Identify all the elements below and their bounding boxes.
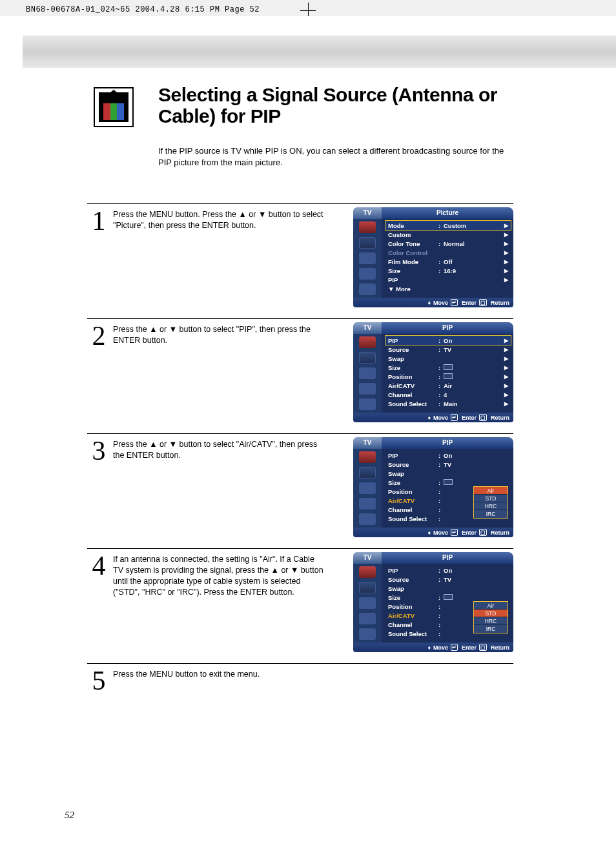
menu-row-source[interactable]: Source:TV xyxy=(385,575,511,584)
menu-row-colortone[interactable]: Color Tone:Normal▶ xyxy=(385,239,511,248)
sidebar-icon xyxy=(359,398,376,410)
menu-row-size[interactable]: Size:▶ xyxy=(385,363,511,372)
menu-row-pip[interactable]: PIP▶ xyxy=(385,275,511,284)
sidebar-icon xyxy=(359,268,376,280)
option-hrc[interactable]: HRC xyxy=(474,617,508,625)
sidebar-icon xyxy=(359,352,376,364)
step-number: 1 xyxy=(87,209,110,311)
osd-pip-aircatv-std: TV PIP PIP:On Source:TV Swap xyxy=(353,552,513,652)
sidebar-icon xyxy=(359,467,376,478)
menu-row-source[interactable]: Source:TV▶ xyxy=(385,345,511,354)
menu-row-source[interactable]: Source:TV xyxy=(385,460,511,469)
menu-row-soundselect[interactable]: Sound Select:Main▶ xyxy=(385,399,511,408)
sidebar-icon xyxy=(359,367,376,379)
osd-tv-label: TV xyxy=(353,322,382,334)
sidebar-icon xyxy=(359,613,376,624)
sidebar-icon xyxy=(359,597,376,609)
menu-row-pip[interactable]: PIP:On xyxy=(385,451,511,460)
tv-icon xyxy=(94,87,134,127)
step-2: 2 Press the ▲ or ▼ button to select "PIP… xyxy=(87,318,513,433)
step-number: 2 xyxy=(87,324,110,426)
osd-picture-menu: TV Picture Mode:Custom▶ Custom▶ Color xyxy=(353,207,513,307)
option-irc[interactable]: IRC xyxy=(474,510,508,518)
menu-row-mode[interactable]: Mode:Custom▶ xyxy=(385,221,511,230)
osd-footer: ♦Move ↵Enter ▢Return xyxy=(353,298,513,307)
sidebar-icon xyxy=(359,252,376,264)
osd-sidebar xyxy=(353,334,382,413)
page-title: Selecting a Signal Source (Antenna or Ca… xyxy=(158,84,507,127)
option-irc[interactable]: IRC xyxy=(474,625,508,633)
step-text: Press the MENU button to exit the menu. xyxy=(110,669,333,694)
step-3: 3 Press the ▲ or ▼ button to select "Air… xyxy=(87,433,513,548)
steps-container: 1 Press the MENU button. Press the ▲ or … xyxy=(87,203,513,702)
menu-row-channel[interactable]: Channel:4▶ xyxy=(385,390,511,399)
sidebar-icon xyxy=(359,582,376,593)
sidebar-icon xyxy=(359,498,376,509)
sidebar-icon xyxy=(359,566,376,578)
menu-row-size[interactable]: Size: xyxy=(385,593,511,602)
menu-row-swap[interactable]: Swap▶ xyxy=(385,354,511,363)
menu-row-pip[interactable]: PIP:On▶ xyxy=(385,336,511,345)
step-1: 1 Press the MENU button. Press the ▲ or … xyxy=(87,203,513,318)
size-icon xyxy=(444,364,453,370)
osd-tv-label: TV xyxy=(353,207,382,219)
menu-row-custom[interactable]: Custom▶ xyxy=(385,230,511,239)
position-icon xyxy=(444,373,453,379)
osd-pip-aircatv: TV PIP PIP:On Source:TV Swap xyxy=(353,437,513,537)
sidebar-icon xyxy=(359,451,376,463)
menu-row-size[interactable]: Size:16:9▶ xyxy=(385,266,511,275)
osd-title: PIP xyxy=(382,437,513,449)
sidebar-icon xyxy=(359,383,376,395)
sidebar-icon xyxy=(359,283,376,295)
menu-row-more[interactable]: ▼ More xyxy=(385,284,511,293)
sidebar-icon xyxy=(359,336,376,348)
menu-row-swap[interactable]: Swap xyxy=(385,469,511,478)
menu-row-position[interactable]: Position:▶ xyxy=(385,372,511,381)
osd-tv-label: TV xyxy=(353,437,382,449)
osd-title: Picture xyxy=(382,207,513,219)
aircatv-options[interactable]: Air STD HRC IRC xyxy=(473,486,508,519)
page: Selecting a Signal Source (Antenna or Ca… xyxy=(0,16,616,853)
osd-sidebar xyxy=(353,219,382,298)
step-text: Press the MENU button. Press the ▲ or ▼ … xyxy=(110,209,333,311)
menu-row-filmmode[interactable]: Film Mode:Off▶ xyxy=(385,257,511,266)
option-air[interactable]: Air xyxy=(474,602,508,610)
header-band xyxy=(23,36,616,68)
option-std[interactable]: STD xyxy=(474,610,508,617)
page-number: 52 xyxy=(65,810,74,821)
menu-row-swap[interactable]: Swap xyxy=(385,584,511,593)
osd-pip-menu: TV PIP PIP:On▶ Source:TV▶ Swap▶ xyxy=(353,322,513,422)
option-hrc[interactable]: HRC xyxy=(474,502,508,510)
print-header: BN68-00678A-01_024~65 2004.4.28 6:15 PM … xyxy=(26,5,260,14)
osd-tv-label: TV xyxy=(353,552,382,564)
osd-sidebar xyxy=(353,564,382,642)
step-4: 4 If an antenna is connected, the settin… xyxy=(87,548,513,663)
intro-text: If the PIP source is TV while PIP is ON,… xyxy=(158,145,507,169)
sidebar-icon xyxy=(359,513,376,525)
menu-row-aircatv[interactable]: Air/CATV:Air▶ xyxy=(385,381,511,390)
step-number: 5 xyxy=(87,669,110,694)
osd-footer: ♦Move ↵Enter ▢Return xyxy=(353,413,513,422)
osd-title: PIP xyxy=(382,552,513,564)
step-number: 4 xyxy=(87,554,110,655)
osd-sidebar xyxy=(353,449,382,528)
step-number: 3 xyxy=(87,439,110,540)
step-5: 5 Press the MENU button to exit the menu… xyxy=(87,663,513,702)
sidebar-icon xyxy=(359,221,376,233)
step-text: Press the ▲ or ▼ button to select "Air/C… xyxy=(110,439,333,540)
step-text: If an antenna is connected, the setting … xyxy=(110,554,333,655)
aircatv-options[interactable]: Air STD HRC IRC xyxy=(473,601,508,633)
osd-footer: ♦Move ↵Enter ▢Return xyxy=(353,528,513,537)
menu-row-colorcontrol: Color Control▶ xyxy=(385,248,511,257)
option-std[interactable]: STD xyxy=(474,495,508,502)
menu-row-pip[interactable]: PIP:On xyxy=(385,566,511,575)
sidebar-icon xyxy=(359,628,376,640)
sidebar-icon xyxy=(359,237,376,249)
option-air[interactable]: Air xyxy=(474,487,508,495)
osd-footer: ♦Move ↵Enter ▢Return xyxy=(353,642,513,652)
sidebar-icon xyxy=(359,482,376,494)
osd-title: PIP xyxy=(382,322,513,334)
menu-row-size[interactable]: Size: xyxy=(385,478,511,487)
size-icon xyxy=(444,594,453,600)
step-text: Press the ▲ or ▼ button to select "PIP",… xyxy=(110,324,333,426)
